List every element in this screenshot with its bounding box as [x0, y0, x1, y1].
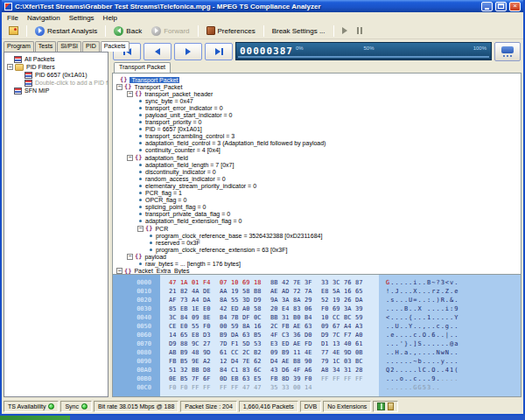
- back-button[interactable]: Back: [109, 24, 146, 38]
- preferences-button[interactable]: Preferences: [202, 24, 260, 37]
- last-packet-button[interactable]: [205, 43, 233, 60]
- tree-node[interactable]: transport_priority = 0: [116, 119, 521, 126]
- tree-node[interactable]: adaptation_field_length = 7 [0x7]: [116, 161, 521, 168]
- expander-icon[interactable]: −: [127, 91, 133, 97]
- hex-ascii-row[interactable]: ......~b....y...: [386, 358, 521, 367]
- tab-program[interactable]: Program: [4, 41, 34, 52]
- hex-bytes-row[interactable]: AF73A4DA8A553DD99A3A8A29521926DA: [169, 297, 379, 305]
- tree-node[interactable]: transport_scrambling_control = 3: [116, 133, 521, 140]
- tree-node[interactable]: continuity_counter = 4 [0x4]: [116, 147, 521, 154]
- tree-node[interactable]: −{}Transport_Packet: [116, 83, 521, 90]
- expander-icon[interactable]: −: [7, 64, 13, 70]
- expander-icon[interactable]: −: [137, 226, 144, 232]
- tree-node[interactable]: elementary_stream_priority_indicator = 0: [116, 182, 521, 189]
- hex-bytes-row[interactable]: 0EB57F6F0DEB63E5FB8D39F0FFFFFFFF: [169, 375, 379, 384]
- hex-bytes-row[interactable]: CEE055F000598A162CFBAE630967A4A3: [169, 323, 379, 332]
- menu-navigation[interactable]: Navigation: [23, 14, 65, 22]
- next-packet-button[interactable]: [174, 43, 202, 60]
- pause-button[interactable]: [353, 25, 367, 36]
- hex-byte: ED: [231, 305, 242, 312]
- break-settings-button[interactable]: Break Settings ...: [268, 25, 330, 37]
- tree-node[interactable]: program_clock_reference_extension = 63 […: [116, 246, 521, 253]
- expander-icon[interactable]: −: [127, 254, 133, 260]
- minimize-button[interactable]: [481, 2, 493, 11]
- hex-bytes-row[interactable]: D9889C277DF15D53E3EDAEFDD1134061: [169, 340, 379, 349]
- expander-icon[interactable]: −: [127, 155, 133, 161]
- sidebar-item[interactable]: Double-click to add a PID filter: [5, 79, 107, 87]
- hex-ascii-row[interactable]: Q2.....lC.O..41(: [386, 367, 521, 375]
- hex-ascii-row[interactable]: !.J...X...rz.Z.e: [386, 288, 521, 297]
- tree-node[interactable]: transport_error_indicator = 0: [116, 104, 521, 111]
- hex-bytes-row[interactable]: 5132BBD884C1836C43D64FA6A8343128: [169, 367, 379, 375]
- tree-node[interactable]: raw_bytes = ... [length = 176 bytes]: [116, 260, 521, 267]
- hex-bytes-row[interactable]: ABB9489D61CC2CB209B9114E774E9D0B: [169, 349, 379, 358]
- tree-node[interactable]: −{}adaptation_field: [116, 154, 521, 161]
- tab-tests[interactable]: Tests: [35, 41, 56, 52]
- hex-bytes-row[interactable]: 471A01F4071069188B427E3F333C7687: [169, 279, 379, 288]
- tab-si-psi[interactable]: SI/PSI: [57, 41, 81, 52]
- tree-node[interactable]: −{}Packet_Extra_Bytes: [116, 268, 521, 275]
- menu-file[interactable]: File: [3, 14, 23, 22]
- tree-node[interactable]: −{}transport_packet_header: [116, 90, 521, 97]
- menu-help[interactable]: Help: [99, 14, 122, 22]
- menu-settings[interactable]: Settings: [65, 14, 99, 22]
- tree-node[interactable]: sync_byte = 0x47: [116, 97, 521, 104]
- tree-node[interactable]: −{}payload: [116, 253, 521, 260]
- hex-bytes-row[interactable]: 21824ADEAA1958B8AEAD727AE85A1665: [169, 288, 379, 297]
- expander-icon[interactable]: −: [116, 84, 122, 90]
- packet-browser-button[interactable]: [494, 42, 521, 61]
- hex-ascii-row[interactable]: ..U..Y..,..c.g..: [386, 323, 521, 332]
- sidebar-item[interactable]: SFN MIP: [5, 87, 107, 94]
- hex-bytes-row[interactable]: F0F0FFFFFFFF474735330014: [169, 384, 379, 393]
- hex-ascii-row[interactable]: ...'}.]S......@a: [386, 340, 521, 349]
- tree-node[interactable]: {}Transport Packet: [116, 76, 521, 83]
- tree-node[interactable]: adaptation_field_extension_flag = 0: [116, 218, 521, 225]
- hex-ascii-row[interactable]: G.....i..B~?3<v.: [386, 279, 521, 288]
- hex-bytes-row[interactable]: 85EB1EE042EDA05820E48306F0693A39: [169, 305, 379, 314]
- start-button-edge[interactable]: [0, 416, 70, 420]
- tree-node[interactable]: PID = 6657 [0x1A01]: [116, 126, 521, 133]
- hex-ascii-row[interactable]: <....{...1.....Y: [386, 314, 521, 323]
- tree-node[interactable]: −{}PCR: [116, 225, 521, 232]
- hex-ascii-row[interactable]: ..H.a.,....NwN..: [386, 349, 521, 358]
- tab-transport-packet[interactable]: Transport Packet: [114, 62, 171, 73]
- hex-byte: 84: [180, 314, 192, 321]
- sidebar-item[interactable]: All Packets: [5, 55, 107, 63]
- tree-node[interactable]: adaptation_field_control = 3 (Adaptation…: [116, 140, 521, 147]
- hex-ascii-row[interactable]: ....B..X ....i:9: [386, 305, 521, 314]
- hex-bytes-row[interactable]: FBB59EA212D47E62D4AEB890791C03BC: [169, 358, 379, 367]
- open-file-button[interactable]: [4, 24, 23, 37]
- log-icon[interactable]: [388, 402, 394, 410]
- close-button[interactable]: ×: [509, 2, 521, 11]
- tree-node[interactable]: OPCR_flag = 0: [116, 197, 521, 204]
- expander-icon[interactable]: −: [116, 268, 122, 274]
- tree-node[interactable]: splicing_point_flag = 0: [116, 204, 521, 211]
- tree-node[interactable]: program_clock_reference_base = 352643238…: [116, 232, 521, 239]
- maximize-button[interactable]: [495, 2, 507, 11]
- sidebar-item[interactable]: −PID Filters: [5, 63, 107, 71]
- tab-pid[interactable]: PID: [82, 41, 100, 52]
- sidebar-item[interactable]: PID 6657 (0x1A01): [5, 71, 107, 79]
- hex-byte: CC: [231, 349, 242, 356]
- titlebar[interactable]: C:\Xfer\Test Streams\Grabber Test Stream…: [2, 0, 523, 12]
- hex-bytes-row[interactable]: 1465E8D3B9DA63B54FC336D0D97CF7A0: [169, 332, 379, 340]
- hex-bytes-row[interactable]: 3C84098EB47BDF0CBB31B0B410CCBC59: [169, 314, 379, 323]
- tree-node[interactable]: discontinuity_indicator = 0: [116, 168, 521, 175]
- play-button[interactable]: [338, 25, 352, 36]
- tree-node[interactable]: transport_private_data_flag = 0: [116, 211, 521, 218]
- tree-node[interactable]: reserved = 0x3F: [116, 239, 521, 246]
- hex-ascii-row[interactable]: .s...U=..:.)R.&.: [386, 297, 521, 305]
- position-track[interactable]: [238, 56, 489, 58]
- hex-ascii-row[interactable]: .e....c.O.6..|..: [386, 332, 521, 340]
- restart-analysis-button[interactable]: Restart Analysis: [31, 24, 102, 38]
- forward-button[interactable]: Forward: [147, 24, 193, 38]
- tree-node[interactable]: random_access_indicator = 0: [116, 175, 521, 182]
- tree-node[interactable]: payload_unit_start_indicator = 0: [116, 111, 521, 118]
- tree-node[interactable]: PCR_flag = 1: [116, 190, 521, 197]
- stats-icon[interactable]: [377, 402, 385, 410]
- hex-ascii-row[interactable]: ...o..c...9.....: [386, 375, 521, 384]
- previous-packet-button[interactable]: [144, 43, 172, 60]
- packet-position-panel[interactable]: 00000387 0% 50% 100%: [235, 42, 492, 60]
- tab-packets[interactable]: Packets: [101, 41, 130, 52]
- hex-ascii-row[interactable]: ......GG53..: [386, 384, 521, 393]
